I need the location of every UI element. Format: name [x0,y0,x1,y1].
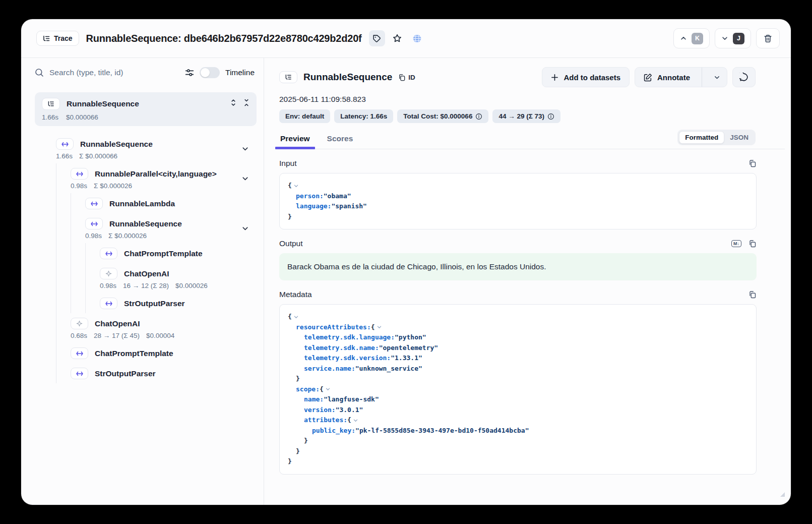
tree-item-chatopenai[interactable]: ChatOpenAI0.98s16 → 12 (Σ 28)$0.000026 [21,263,264,293]
shortcut-key-k: K [692,33,703,44]
code-line: language: "spanish" [288,201,748,212]
indent-guide [71,243,85,263]
code-line: scope: { [288,384,748,395]
annotate-dropdown-chevron[interactable] [707,74,727,81]
tree-item-label: StrOutputParser [124,299,185,308]
tree-item-chatopenai[interactable]: ChatOpenAI0.68s28 → 17 (Σ 45)$0.00004 [21,313,264,343]
indent-guide [56,243,71,263]
span-icon [85,218,103,229]
copy-id-button[interactable]: ID [398,74,415,81]
collapse-all-icon[interactable] [243,99,250,106]
previous-trace-button[interactable]: K [673,28,710,48]
tree-item-runnableparallel-city-language-[interactable]: RunnableParallel<city,language>0.98sΣ $0… [21,163,264,193]
star-icon[interactable] [389,30,405,46]
code-line: name: "langfuse-sdk" [288,394,748,405]
code-line: attributes: { [288,415,748,426]
chevron-up-icon [680,35,687,42]
indent-guide [56,313,71,343]
code-line: } [288,374,748,384]
code-line: service.name: "unknown_service" [288,364,748,374]
tree-item-label: RunnableSequence [109,219,182,228]
sidebar-search-row: Timeline [21,58,264,87]
annotate-button[interactable]: Annotate [635,67,727,87]
indent-guide [71,293,85,313]
indent-guide [56,193,71,213]
indent-guide [71,263,85,293]
code-line: telemetry.sdk.version: "1.33.1" [288,353,748,364]
search-input[interactable] [49,68,179,77]
resize-handle[interactable] [780,492,785,497]
tree-item-metrics: 0.98s16 → 12 (Σ 28)$0.000026 [100,282,252,289]
tree-item-label: ChatOpenAI [95,319,140,328]
filter-sliders-icon[interactable] [185,68,194,77]
tree-item-chatprompttemplate[interactable]: ChatPromptTemplate [21,343,264,363]
trace-badges: Env: defaultLatency: 1.66sTotal Cost: $0… [279,109,785,123]
trace-tree: RunnableSequence1.66sΣ $0.000066Runnable… [21,128,264,505]
add-to-datasets-button[interactable]: Add to datasets [542,67,630,87]
trace-sidebar: Timeline RunnableSequence 1.66s $0.00006… [21,58,264,505]
list-tree-icon [279,71,297,83]
span-icon [71,168,88,180]
tag-icon[interactable] [369,30,385,46]
tree-item-chatprompttemplate[interactable]: ChatPromptTemplate [21,243,264,263]
generation-icon [71,318,88,329]
shortcut-key-j: J [733,33,744,44]
preview-tabs: PreviewScores FormattedJSON [279,130,785,149]
code-line: public_key: "pk-lf-5855d85e-3943-497e-bd… [288,426,748,436]
collapse-caret-icon[interactable] [293,314,299,320]
collapse-caret-icon[interactable] [377,324,382,330]
copy-output-icon[interactable] [748,240,757,248]
trace-type-badge: Trace [36,31,79,46]
timeline-toggle[interactable] [200,67,220,78]
trash-icon [764,34,772,43]
globe-icon[interactable] [409,30,425,46]
generation-icon [100,268,117,279]
code-line: } [288,212,748,222]
plus-icon [551,74,558,81]
tree-item-stroutputparser[interactable]: StrOutputParser [21,363,264,383]
expand-all-icon[interactable] [230,99,237,106]
metadata-section-title: Metadata [279,290,312,299]
code-line: telemetry.sdk.name: "opentelemetry" [288,343,748,354]
collapse-caret-icon[interactable] [325,386,331,392]
copy-input-icon[interactable] [748,159,757,167]
code-line: resourceAttributes: { [288,322,748,333]
info-icon[interactable] [547,113,554,120]
markdown-icon[interactable]: M↓ [731,240,741,247]
indent-guide [85,243,100,263]
tab-scores[interactable]: Scores [326,130,354,149]
tree-item-runnablesequence[interactable]: RunnableSequence1.66sΣ $0.000066 [21,134,264,163]
tree-item-runnablelambda[interactable]: RunnableLambda [21,193,264,213]
tree-item-metrics: 0.98sΣ $0.000026 [85,232,252,240]
next-trace-button[interactable]: J [715,28,751,48]
metadata-json: {resourceAttributes: {telemetry.sdk.lang… [279,304,757,475]
tab-preview[interactable]: Preview [279,130,311,149]
tree-item-metrics: 0.68s28 → 17 (Σ 45)$0.00004 [71,332,252,339]
trace-root-card[interactable]: RunnableSequence 1.66s $0.000066 [35,92,257,126]
info-icon[interactable] [475,113,482,120]
input-json: {person: "obama"language: "spanish"} [279,173,757,229]
span-icon [100,298,117,309]
copy-metadata-icon[interactable] [748,290,757,299]
format-option-json[interactable]: JSON [724,132,754,143]
code-line: } [288,456,748,467]
trace-cost: $0.000066 [66,113,98,121]
chevron-down-icon[interactable] [241,174,249,182]
format-option-formatted[interactable]: Formatted [679,131,724,144]
collapse-caret-icon[interactable] [293,183,299,189]
tree-item-runnablesequence[interactable]: RunnableSequence0.98sΣ $0.000026 [21,213,264,243]
list-tree-icon [43,35,50,42]
delete-trace-button[interactable] [756,28,780,48]
trace-duration: 1.66s [42,113,58,121]
metric-badge: Env: default [279,109,330,123]
comments-button[interactable] [732,67,756,87]
trace-badge-label: Trace [54,34,73,42]
format-toggle: FormattedJSON [677,130,756,145]
copy-icon [398,74,406,81]
collapse-caret-icon[interactable] [353,418,358,423]
chevron-down-icon[interactable] [241,145,249,152]
tree-item-stroutputparser[interactable]: StrOutputParser [21,293,264,313]
chevron-down-icon[interactable] [241,224,249,232]
span-icon [56,138,74,150]
indent-guide [85,293,100,313]
